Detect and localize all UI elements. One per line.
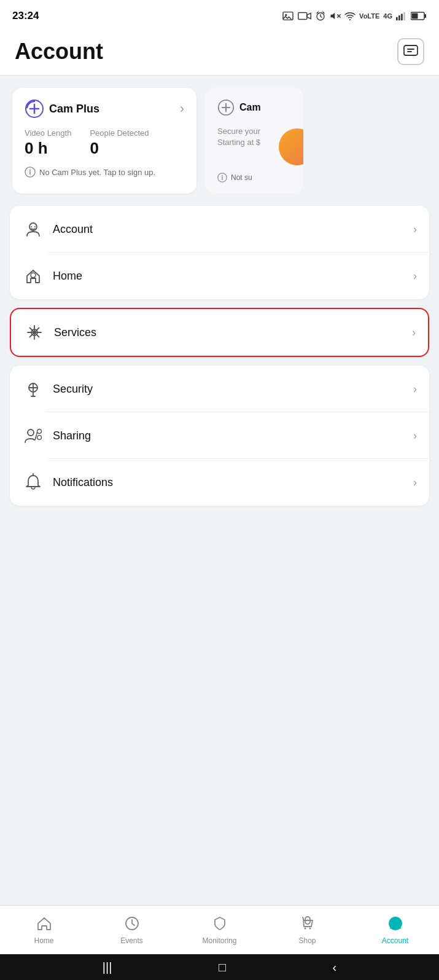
nav-account-label: Account	[382, 936, 408, 945]
wifi-icon	[344, 10, 355, 22]
home-icon	[22, 265, 44, 287]
cam-card-2-title: Cam	[217, 99, 261, 116]
svg-rect-8	[398, 15, 400, 20]
gesture-back[interactable]: ‹	[333, 960, 337, 974]
page-title: Account	[15, 39, 103, 65]
svg-point-41	[37, 436, 42, 440]
cam-card-header: Cam Plus ›	[25, 99, 184, 119]
header: Account	[0, 32, 439, 75]
menu-item-sharing[interactable]: Sharing ›	[10, 412, 429, 459]
gesture-home[interactable]: □	[219, 960, 226, 974]
status-time: 23:24	[12, 10, 39, 22]
svg-rect-12	[424, 14, 426, 18]
bottom-nav: Home Events Monitoring	[0, 905, 439, 954]
menu-item-home[interactable]: Home ›	[10, 253, 429, 299]
security-chevron: ›	[413, 383, 417, 396]
nav-monitoring[interactable]: Monitoring	[176, 915, 263, 945]
image-icon	[282, 11, 294, 21]
cam-card-2-header: Cam	[217, 99, 291, 116]
chat-icon	[403, 45, 418, 58]
4g-icon: 4G	[383, 12, 392, 20]
services-section[interactable]: Services ›	[10, 308, 429, 357]
stat-video-length: Video Length 0 h	[25, 128, 71, 158]
menu-section-2: Security › Sharing › Notifications	[10, 366, 429, 506]
cam-card-footer: No Cam Plus yet. Tap to sign up.	[25, 167, 184, 178]
svg-point-42	[37, 429, 42, 434]
services-icon	[23, 321, 45, 343]
nav-shop-label: Shop	[298, 936, 316, 945]
services-chevron: ›	[412, 326, 416, 339]
chat-button[interactable]	[397, 38, 424, 65]
sharing-label: Sharing	[53, 429, 413, 442]
nav-account[interactable]: Account	[351, 915, 439, 945]
nav-home-label: Home	[34, 936, 53, 945]
account-chevron: ›	[413, 223, 417, 236]
svg-point-1	[285, 14, 287, 16]
gesture-menu[interactable]: |||	[103, 960, 112, 974]
nav-home-icon	[36, 915, 52, 934]
security-label: Security	[53, 383, 413, 396]
volte-icon: VoLTE	[359, 12, 379, 20]
battery-icon	[411, 11, 427, 21]
svg-point-28	[222, 176, 223, 177]
gesture-bar: ||| □ ‹	[0, 954, 439, 980]
nav-events-icon	[124, 915, 140, 934]
cards-scroll: Cam Plus › Video Length 0 h People Detec…	[0, 76, 439, 206]
nav-shop-icon	[300, 915, 316, 934]
nav-account-icon	[387, 915, 403, 934]
nav-events[interactable]: Events	[88, 915, 176, 945]
cam-plus-icon	[25, 99, 44, 119]
security-icon	[22, 378, 44, 400]
nav-events-label: Events	[120, 936, 143, 945]
svg-point-46	[304, 927, 306, 929]
cam-card-2[interactable]: Cam Secure yourStarting at $ Not su	[205, 88, 303, 194]
svg-rect-2	[298, 13, 307, 20]
svg-rect-14	[404, 45, 418, 55]
svg-point-47	[309, 927, 311, 929]
svg-rect-9	[401, 14, 403, 20]
cam-plus-icon-2	[217, 99, 235, 116]
svg-point-31	[34, 226, 36, 227]
menu-item-services[interactable]: Services ›	[11, 309, 428, 356]
status-icons: VoLTE 4G	[282, 10, 427, 22]
svg-rect-10	[403, 12, 405, 21]
notifications-label: Notifications	[53, 476, 413, 489]
nav-home[interactable]: Home	[0, 915, 88, 945]
svg-point-6	[349, 19, 351, 20]
svg-line-43	[35, 433, 37, 441]
cam-card-2-footer: Not su	[217, 173, 291, 182]
menu-item-security[interactable]: Security ›	[10, 366, 429, 412]
svg-point-30	[31, 226, 32, 227]
menu-item-notifications[interactable]: Notifications ›	[10, 459, 429, 506]
svg-rect-7	[396, 17, 398, 20]
menu-item-account[interactable]: Account ›	[10, 206, 429, 253]
account-label: Account	[53, 223, 413, 236]
nav-shop[interactable]: Shop	[263, 915, 351, 945]
cam-card-chevron: ›	[180, 101, 184, 117]
cam-plus-card[interactable]: Cam Plus › Video Length 0 h People Detec…	[12, 88, 196, 194]
svg-rect-0	[283, 12, 293, 20]
stat-people-detected: People Detected 0	[90, 128, 149, 158]
mute-icon	[330, 10, 341, 22]
notifications-chevron: ›	[413, 476, 417, 489]
video-icon	[298, 11, 311, 21]
nav-monitoring-icon	[212, 915, 228, 934]
status-bar: 23:24 VoLTE 4G	[0, 0, 439, 32]
signal-icon	[396, 11, 407, 21]
cam-card-stats: Video Length 0 h People Detected 0	[25, 128, 184, 158]
svg-rect-13	[412, 14, 418, 19]
info-icon-2	[217, 173, 227, 182]
notifications-icon	[22, 471, 44, 493]
home-label: Home	[53, 270, 413, 283]
alarm-icon	[315, 10, 326, 22]
home-chevron: ›	[413, 270, 417, 283]
svg-point-40	[28, 429, 34, 436]
menu-section-1: Account › Home ›	[10, 206, 429, 299]
sharing-chevron: ›	[413, 429, 417, 442]
nav-monitoring-label: Monitoring	[202, 936, 236, 945]
sharing-icon	[22, 425, 44, 447]
svg-point-50	[393, 919, 398, 924]
cam-card-title: Cam Plus	[25, 99, 99, 119]
info-icon	[25, 167, 36, 178]
services-label: Services	[54, 326, 412, 339]
